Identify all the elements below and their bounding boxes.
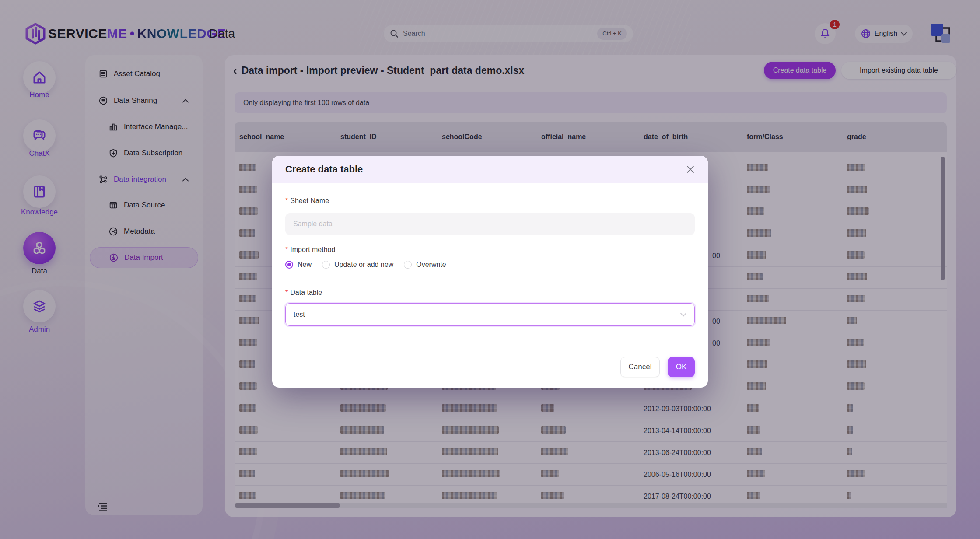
data-table-select-value: test <box>294 311 305 318</box>
sheet-name-placeholder: Sample data <box>293 220 332 228</box>
data-table-label: * Data table <box>285 289 322 297</box>
close-icon[interactable] <box>686 165 695 174</box>
required-asterisk: * <box>285 246 288 254</box>
sheet-name-label: * Sheet Name <box>285 197 329 205</box>
radio-new-label: New <box>298 261 312 269</box>
import-method-radio-group: New Update or add new Overwrite <box>285 261 446 269</box>
radio-unselected-icon <box>322 261 330 269</box>
app-root: { "header": { "brand": {"part1": "SERVIC… <box>0 0 980 539</box>
dialog-header: Create data table <box>272 156 708 183</box>
ok-button[interactable]: OK <box>668 357 695 377</box>
data-table-label-text: Data table <box>290 289 322 297</box>
radio-overwrite[interactable]: Overwrite <box>404 261 446 269</box>
sheet-name-input[interactable]: Sample data <box>285 213 695 235</box>
dialog-title: Create data table <box>285 164 686 175</box>
import-method-label-text: Import method <box>290 246 335 254</box>
dialog-footer: Cancel OK <box>620 357 695 377</box>
chevron-down-icon <box>680 313 686 317</box>
sheet-name-label-text: Sheet Name <box>290 197 329 205</box>
import-method-label: * Import method <box>285 246 335 254</box>
data-table-select[interactable]: test <box>285 303 695 326</box>
cancel-button[interactable]: Cancel <box>620 357 660 377</box>
radio-new[interactable]: New <box>285 261 312 269</box>
radio-overwrite-label: Overwrite <box>416 261 446 269</box>
create-data-table-dialog: Create data table * Sheet Name Sample da… <box>272 156 708 388</box>
radio-update-label: Update or add new <box>334 261 393 269</box>
radio-update-or-add-new[interactable]: Update or add new <box>322 261 393 269</box>
required-asterisk: * <box>285 289 288 297</box>
radio-selected-icon <box>285 261 293 269</box>
radio-unselected-icon <box>404 261 412 269</box>
required-asterisk: * <box>285 197 288 205</box>
